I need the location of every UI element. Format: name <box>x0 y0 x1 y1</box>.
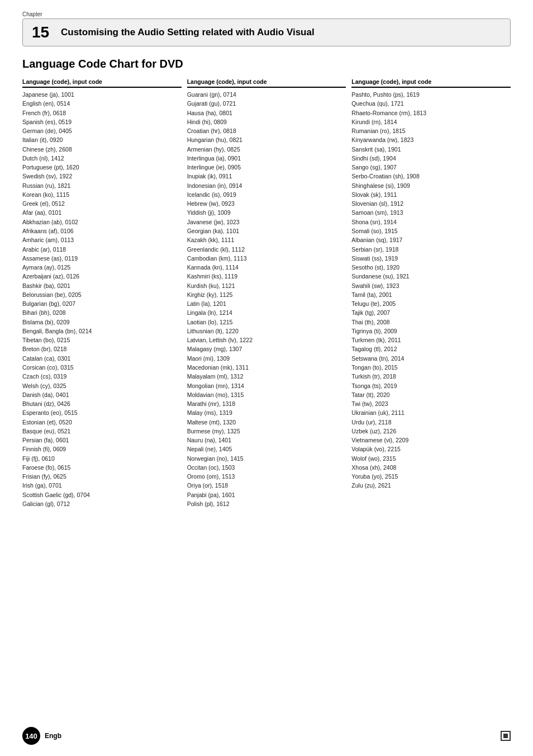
section-title: Language Code Chart for DVD <box>22 58 511 70</box>
list-item: Ukrainian (uk), 2111 <box>351 408 511 417</box>
chapter-title: Customising the Audio Setting related wi… <box>61 27 315 38</box>
list-item: Volapük (vo), 2215 <box>351 445 511 453</box>
column-3: Language (code), input code Pashto, Push… <box>351 78 511 508</box>
list-item: Korean (ko), 1115 <box>22 190 182 199</box>
list-item: Latin (la), 1201 <box>187 299 346 308</box>
list-item: Dutch (nl), 1412 <box>22 154 182 163</box>
list-item: Yiddish (ji), 1009 <box>187 208 346 217</box>
list-item: Thai (th), 2008 <box>351 318 511 327</box>
list-item: Welsh (cy), 0325 <box>22 381 182 390</box>
list-item: Tigrinya (ti), 2009 <box>351 327 511 336</box>
list-item: Urdu (ur), 2118 <box>351 418 511 427</box>
list-item: Bengali, Bangla (bn), 0214 <box>22 327 182 336</box>
list-item: Inupiak (ik), 0911 <box>187 172 346 181</box>
list-item: Japanese (ja), 1001 <box>22 90 182 99</box>
col1-entries: Japanese (ja), 1001English (en), 0514Fre… <box>22 90 182 508</box>
page-number-box: 140 <box>22 727 40 745</box>
list-item: Esperanto (eo), 0515 <box>22 408 182 417</box>
footer-language: Engb <box>45 732 61 740</box>
list-item: Tongan (to), 2015 <box>351 363 511 372</box>
list-item: German (de), 0405 <box>22 126 182 135</box>
list-item: Basque (eu), 0521 <box>22 427 182 436</box>
list-item: Kashmiri (ks), 1119 <box>187 272 346 281</box>
list-item: Telugu (te), 2005 <box>351 299 511 308</box>
list-item: Rhaeto-Romance (rm), 1813 <box>351 108 511 117</box>
list-item: Afrikaans (af), 0106 <box>22 226 182 235</box>
list-item: Lingala (ln), 1214 <box>187 308 346 317</box>
footer: 140 Engb <box>22 727 511 745</box>
list-item: Siswati (ss), 1919 <box>351 254 511 263</box>
list-item: Albanian (sq), 1917 <box>351 235 511 244</box>
list-item: Scottish Gaelic (gd), 0704 <box>22 490 182 499</box>
list-item: Kinyarwanda (rw), 1823 <box>351 135 511 144</box>
list-item: Nepali (ne), 1405 <box>187 445 346 453</box>
list-item: Frisian (fy), 0625 <box>22 472 182 481</box>
list-item: Bihari (bh), 0208 <box>22 308 182 317</box>
list-item: Swedish (sv), 1922 <box>22 172 182 181</box>
col3-entries: Pashto, Pushto (ps), 1619Quechua (qu), 1… <box>351 90 511 490</box>
list-item: Hungarian (hu), 0821 <box>187 135 346 144</box>
list-item: Indonesian (in), 0914 <box>187 181 346 190</box>
list-item: Hebrew (iw), 0923 <box>187 199 346 208</box>
list-item: Panjabi (pa), 1601 <box>187 490 346 499</box>
list-item: Javanese (jw), 1023 <box>187 218 346 226</box>
footer-page: 140 Engb <box>22 727 61 745</box>
list-item: Tibetan (bo), 0215 <box>22 336 182 344</box>
list-item: Malay (ms), 1319 <box>187 408 346 417</box>
list-item: Shinghalese (si), 1909 <box>351 181 511 190</box>
list-item: Guarani (gn), 0714 <box>187 90 346 99</box>
list-item: Vietnamese (vi), 2209 <box>351 436 511 445</box>
list-item: Galician (gl), 0712 <box>22 499 182 508</box>
list-item: Xhosa (xh), 2408 <box>351 463 511 472</box>
list-item: Kazakh (kk), 1111 <box>187 235 346 244</box>
list-item: Malayalam (ml), 1312 <box>187 372 346 381</box>
list-item: Wolof (wo), 2315 <box>351 454 511 463</box>
list-item: Georgian (ka), 1101 <box>187 226 346 235</box>
list-item: Laotian (lo), 1215 <box>187 318 346 327</box>
list-item: Assamese (as), 0119 <box>22 254 182 263</box>
list-item: Uzbek (uz), 2126 <box>351 427 511 436</box>
list-item: Tagalog (tl), 2012 <box>351 344 511 353</box>
list-item: Sundanese (su), 1921 <box>351 272 511 281</box>
list-item: Irish (ga), 0701 <box>22 481 182 490</box>
list-item: Serbo-Croatian (sh), 1908 <box>351 172 511 181</box>
list-item: Quechua (qu), 1721 <box>351 99 511 108</box>
list-item: Spanish (es), 0519 <box>22 117 182 126</box>
list-item: Tsonga (ts), 2019 <box>351 381 511 390</box>
list-item: Sango (sg), 1907 <box>351 163 511 172</box>
list-item: Polish (pl), 1612 <box>187 499 346 508</box>
list-item: Azerbaijani (az), 0126 <box>22 272 182 281</box>
chapter-header: 15 Customising the Audio Setting related… <box>22 18 511 46</box>
list-item: Slovenian (sl), 1912 <box>351 199 511 208</box>
list-item: Tajik (tg), 2007 <box>351 308 511 317</box>
list-item: Interlingua (ia), 0901 <box>187 154 346 163</box>
list-item: Portuguese (pt), 1620 <box>22 163 182 172</box>
list-item: Catalan (ca), 0301 <box>22 354 182 363</box>
list-item: Tamil (ta), 2001 <box>351 290 511 299</box>
columns-wrapper: Language (code), input code Japanese (ja… <box>22 78 511 508</box>
list-item: Pashto, Pushto (ps), 1619 <box>351 90 511 99</box>
chapter-number: 15 <box>32 23 52 41</box>
list-item: Interlingue (ie), 0905 <box>187 163 346 172</box>
list-item: Oriya (or), 1518 <box>187 481 346 490</box>
list-item: Greek (el), 0512 <box>22 199 182 208</box>
list-item: Lithusnian (lt), 1220 <box>187 327 346 336</box>
list-item: Occitan (oc), 1503 <box>187 463 346 472</box>
list-item: Swahili (sw), 1923 <box>351 281 511 290</box>
list-item: Oromo (om), 1513 <box>187 472 346 481</box>
col3-header: Language (code), input code <box>351 78 511 88</box>
list-item: Kirghiz (ky), 1125 <box>187 290 346 299</box>
list-item: Moldavian (mo), 1315 <box>187 390 346 399</box>
list-item: Nauru (na), 1401 <box>187 436 346 445</box>
list-item: Bashkir (ba), 0201 <box>22 281 182 290</box>
col2-header: Language (code), input code <box>187 78 346 88</box>
list-item: Maori (mi), 1309 <box>187 354 346 363</box>
list-item: Faroese (fo), 0615 <box>22 463 182 472</box>
list-item: Marathi (mr), 1318 <box>187 399 346 408</box>
list-item: Arabic (ar), 0118 <box>22 245 182 254</box>
list-item: Amharic (am), 0113 <box>22 235 182 244</box>
list-item: Italian (it), 0920 <box>22 135 182 144</box>
list-item: Sanskrit (sa), 1901 <box>351 145 511 154</box>
list-item: Persian (fa), 0601 <box>22 436 182 445</box>
list-item: Shona (sn), 1914 <box>351 218 511 226</box>
